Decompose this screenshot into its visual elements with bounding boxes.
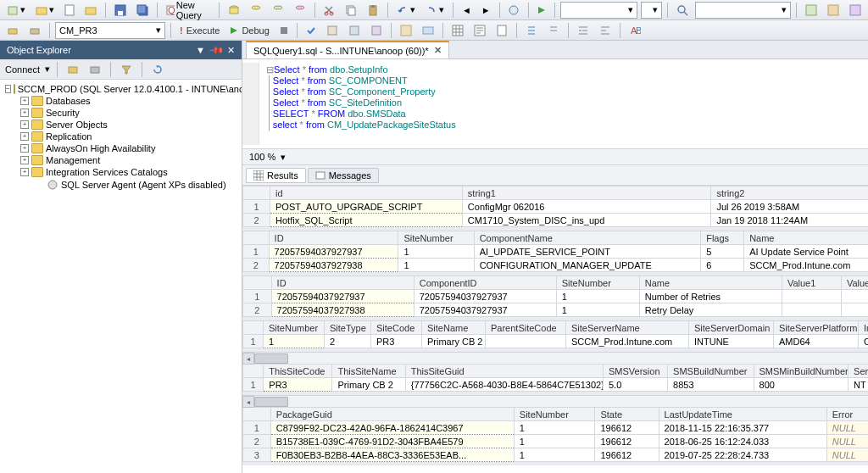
grid-header[interactable]: SiteNumber: [264, 321, 325, 335]
scroll-left-icon[interactable]: ◄: [242, 353, 254, 364]
grid-cell[interactable]: CM1710_System_DISC_ins_upd: [462, 214, 711, 227]
tree-root[interactable]: − SCCM_PROD (SQL Server 12.0.4100.1 - IN…: [3, 83, 238, 95]
tree-node-sql-agent[interactable]: SQL Server Agent (Agent XPs disabled): [3, 178, 238, 192]
grid-header[interactable]: SiteCode: [371, 321, 422, 335]
tb-specify-icon[interactable]: AB: [626, 23, 644, 38]
grid-header[interactable]: SMSVersion: [604, 364, 668, 378]
oe-close-icon[interactable]: ✕: [227, 45, 235, 56]
grid-cell[interactable]: 72057594037927938: [269, 259, 398, 272]
grid-cell[interactable]: AI Update Service Point: [744, 245, 868, 259]
grid-cell[interactable]: 72057594037927937: [271, 290, 414, 303]
database-dropdown[interactable]: CM_PR3▾: [55, 22, 165, 39]
tb-search-box[interactable]: ▾: [695, 2, 791, 19]
tree-node-alwayson[interactable]: +AlwaysOn High Availability: [3, 142, 238, 154]
tb-save-all-icon[interactable]: [133, 3, 152, 18]
row-number[interactable]: 1: [243, 200, 270, 214]
tree-node-databases[interactable]: +Databases: [3, 95, 238, 107]
tb-outdent-icon[interactable]: [596, 23, 615, 38]
grid-cell[interactable]: 1: [514, 421, 595, 435]
new-query-button[interactable]: QNew Query: [162, 0, 214, 22]
tb-win1-icon[interactable]: [802, 3, 821, 18]
grid-cell[interactable]: {77756C2C-A568-4030-B8E4-5864C7E51302}: [405, 378, 603, 392]
grid-header[interactable]: string1: [462, 186, 711, 200]
tree-node-security[interactable]: +Security: [3, 107, 238, 119]
scroll-thumb[interactable]: [254, 397, 288, 407]
tb-find-icon[interactable]: [673, 3, 692, 18]
tb-connect-icon[interactable]: [3, 23, 22, 38]
tb-opt2-icon[interactable]: [419, 23, 437, 38]
tb-results-grid-icon[interactable]: [448, 23, 467, 38]
grid-cell[interactable]: 2018-06-25 16:12:24.033: [659, 435, 826, 448]
tb-nav-fwd-icon[interactable]: ►: [478, 3, 494, 17]
tree-node-integration[interactable]: +Integration Services Catalogs: [3, 166, 238, 178]
result-grid[interactable]: ThisSiteCodeThisSiteNameThisSiteGuidSMSV…: [242, 364, 868, 392]
results-tab[interactable]: Results: [246, 168, 306, 183]
grid-header[interactable]: Error: [826, 408, 868, 421]
tb-save-icon[interactable]: [111, 3, 130, 18]
grid-cell[interactable]: Retry Delay: [639, 303, 782, 317]
tb-nav-back-icon[interactable]: ◄: [459, 3, 475, 17]
grid-header[interactable]: SiteNumber: [398, 231, 474, 245]
tb-win3-icon[interactable]: [846, 3, 865, 18]
oe-tb1-icon[interactable]: [64, 63, 81, 76]
tb-win2-icon[interactable]: [824, 3, 843, 18]
debug-button[interactable]: Debug: [226, 24, 272, 37]
grid-header[interactable]: ComponentID: [414, 276, 556, 290]
grid-header[interactable]: SiteServerName: [566, 321, 689, 335]
grid-cell[interactable]: 2: [325, 335, 371, 348]
tree-node-server-objects[interactable]: +Server Objects: [3, 119, 238, 131]
row-number[interactable]: 3: [243, 448, 271, 462]
tb-stop-icon[interactable]: [276, 25, 292, 36]
grid-cell[interactable]: [486, 335, 566, 348]
scroll-left-icon[interactable]: ◄: [242, 396, 254, 408]
row-number[interactable]: 1: [243, 378, 264, 392]
tb-comment-icon[interactable]: [522, 23, 541, 38]
tb-plan2-icon[interactable]: [345, 23, 364, 38]
scroll-thumb[interactable]: [254, 353, 288, 364]
grid-cell[interactable]: 5.0: [604, 378, 668, 392]
grid-cell[interactable]: PR3: [371, 335, 422, 348]
grid-cell[interactable]: C:\Program Files\Mic: [859, 335, 869, 348]
result-grid[interactable]: PackageGuidSiteNumberStateLastUpdateTime…: [242, 407, 868, 462]
grid-header[interactable]: id: [270, 186, 463, 200]
grid-header[interactable]: ID: [269, 231, 398, 245]
grid-cell[interactable]: [841, 290, 868, 303]
grid-header[interactable]: ServiceAccountName: [849, 364, 868, 378]
results-panel[interactable]: idstring1string21POST_AUTO_UPGRADE_SCRIP…: [242, 186, 868, 473]
grid-header[interactable]: SiteNumber: [556, 276, 639, 290]
grid-header[interactable]: PackageGuid: [270, 408, 514, 421]
tb-db4-icon[interactable]: [291, 3, 309, 18]
grid-cell[interactable]: 72057594037927937: [269, 245, 398, 259]
grid-cell[interactable]: 196612: [595, 448, 659, 462]
oe-tb2-icon[interactable]: [86, 63, 103, 76]
oe-tree[interactable]: − SCCM_PROD (SQL Server 12.0.4100.1 - IN…: [0, 80, 242, 473]
tb-dropdown-1[interactable]: ▾: [560, 2, 637, 19]
oe-connect-label[interactable]: Connect: [5, 64, 40, 75]
grid-cell[interactable]: POST_AUTO_UPGRADE_SCRIPT: [270, 200, 463, 214]
grid-cell[interactable]: CONFIGURATION_MANAGER_UPDATE: [474, 259, 701, 272]
tb-uncomment-icon[interactable]: [544, 23, 563, 38]
tb-db2-icon[interactable]: [247, 3, 265, 18]
grid-cell[interactable]: Primary CB 2: [422, 335, 486, 348]
grid-cell[interactable]: NULL: [826, 448, 868, 462]
horizontal-scrollbar[interactable]: ◄►: [242, 352, 868, 364]
tb-copy-icon[interactable]: [342, 3, 360, 18]
grid-cell[interactable]: 1: [514, 435, 595, 448]
grid-cell[interactable]: 5: [701, 245, 744, 259]
grid-header[interactable]: SMSBuildNumber: [668, 364, 754, 378]
tb-plan3-icon[interactable]: [367, 23, 386, 38]
grid-header[interactable]: ThisSiteName: [332, 364, 405, 378]
tb-open-icon[interactable]: ▾: [32, 3, 58, 18]
result-grid[interactable]: SiteNumberSiteTypeSiteCodeSiteNameParent…: [242, 320, 868, 348]
grid-cell[interactable]: 1: [398, 259, 474, 272]
grid-header[interactable]: Name: [639, 276, 782, 290]
grid-cell[interactable]: 1: [264, 335, 325, 348]
row-number[interactable]: 1: [243, 421, 271, 435]
execute-button[interactable]: !Execute: [176, 24, 223, 37]
grid-cell[interactable]: 8853: [668, 378, 754, 392]
grid-header[interactable]: Flags: [701, 231, 744, 245]
grid-header[interactable]: SiteName: [422, 321, 486, 335]
row-number[interactable]: 1: [243, 290, 272, 303]
grid-cell[interactable]: 800: [754, 378, 849, 392]
grid-cell[interactable]: Number of Retries: [639, 290, 782, 303]
